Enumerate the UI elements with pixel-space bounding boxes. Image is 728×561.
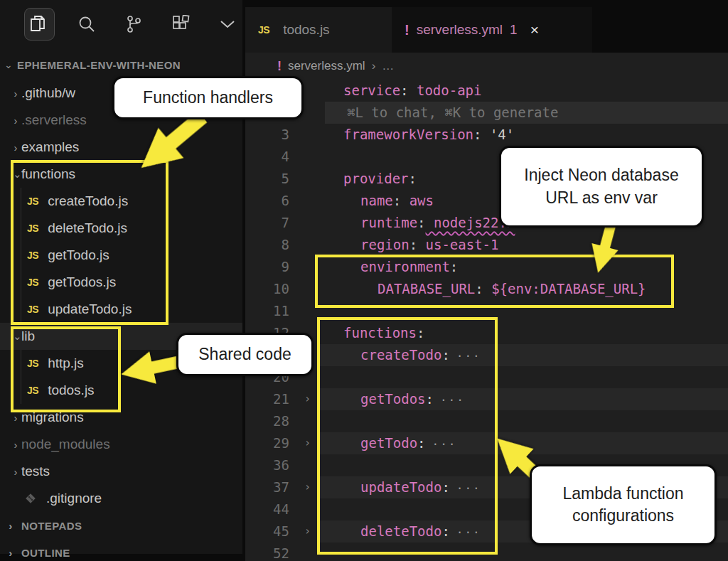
code-line-8[interactable]: 8region: us-east-1: [245, 234, 728, 256]
tree-item-label: node_modules: [18, 437, 110, 452]
activity-bar: [0, 3, 242, 46]
yaml-warning-icon: !: [277, 59, 282, 74]
tab-serverless-yml[interactable]: ! serverless.yml 1 ×: [392, 7, 592, 53]
yaml-warning-icon: !: [405, 22, 410, 38]
tree-item-label: NOTEPADS: [18, 520, 82, 532]
tab-bar: JS todos.js ! serverless.yml 1 ×: [245, 7, 728, 53]
fold-gutter: [289, 212, 326, 234]
source-control-icon[interactable]: [119, 8, 149, 41]
breadcrumb-file: serverless.yml: [288, 59, 365, 73]
code-line-1[interactable]: 1service: todo-api: [245, 80, 728, 102]
chevron-right-icon: ›: [0, 439, 18, 451]
explorer-root-header[interactable]: ⌄ EPHEMERAL-ENV-WITH-NEON: [0, 54, 242, 75]
line-number: 4: [245, 146, 289, 168]
line-number: 5: [245, 168, 289, 190]
search-icon[interactable]: [72, 8, 102, 41]
chevron-right-icon: ›: [0, 520, 18, 532]
breadcrumb[interactable]: ! serverless.yml › …: [245, 53, 728, 80]
breadcrumb-more: …: [382, 59, 394, 73]
line-number: 21: [245, 388, 289, 410]
fold-gutter: [289, 190, 326, 212]
code-text: service: todo-api: [326, 80, 481, 102]
tree-item-tests[interactable]: ›tests: [0, 458, 242, 485]
explorer-icon[interactable]: [24, 8, 55, 41]
git-icon: [24, 492, 37, 505]
chevron-right-icon: ›: [0, 87, 18, 100]
line-number: 9: [245, 256, 289, 278]
tree-item-gitignore[interactable]: .gitignore: [0, 485, 242, 512]
tree-item-label: .serverless: [18, 112, 87, 128]
sidebar-section-outline[interactable]: ›OUTLINE: [0, 539, 242, 561]
fold-gutter: [289, 168, 326, 190]
callout-inject-neon: Inject Neon database URL as env var: [499, 146, 704, 228]
breadcrumb-separator: ›: [372, 59, 376, 73]
code-text: region: us-east-1: [326, 234, 498, 256]
fold-gutter: [289, 124, 326, 146]
project-name: EPHEMERAL-ENV-WITH-NEON: [17, 59, 181, 71]
tab-badge: 1: [510, 22, 518, 38]
line-number: 29: [245, 432, 289, 454]
line-number: 28: [245, 410, 289, 432]
code-text: ⌘L to chat, ⌘K to generate: [326, 102, 558, 124]
tree-item-label: .github/w: [18, 85, 75, 101]
line-number: 7: [245, 212, 289, 234]
tree-item-label: examples: [18, 139, 79, 155]
chevron-right-icon: ›: [0, 412, 18, 424]
app-window: ⌄ EPHEMERAL-ENV-WITH-NEON ›.github/w›.se…: [0, 0, 728, 561]
highlight-box-functions-config: [317, 317, 498, 555]
line-number: 11: [245, 300, 289, 322]
js-icon: JS: [258, 24, 269, 36]
tree-item-label: OUTLINE: [18, 547, 70, 559]
chevron-right-icon: ›: [0, 466, 18, 478]
callout-function-handlers: Function handlers: [112, 76, 304, 119]
tab-todos-js[interactable]: JS todos.js: [245, 7, 392, 53]
line-number: 6: [245, 190, 289, 212]
chevron-right-icon: ›: [0, 141, 18, 154]
line-number: 8: [245, 234, 289, 256]
line-number: 44: [245, 498, 289, 520]
code-text: name: aws: [326, 190, 434, 212]
code-text: runtime: nodejs22.x: [326, 212, 515, 234]
line-number: 10: [245, 278, 289, 300]
tree-item-label: tests: [18, 464, 50, 479]
line-number: 36: [245, 454, 289, 476]
close-icon[interactable]: ×: [530, 21, 539, 38]
chevron-right-icon: ›: [0, 547, 18, 559]
highlight-box-functions-folder: [11, 160, 168, 325]
callout-shared-code: Shared code: [176, 333, 314, 376]
tab-label: todos.js: [283, 22, 329, 38]
sidebar-section-notepads[interactable]: ›NOTEPADS: [0, 512, 242, 539]
chevron-right-icon: ›: [0, 114, 18, 127]
tab-label: serverless.yml: [417, 22, 503, 38]
fold-gutter: [289, 234, 326, 256]
code-text: frameworkVersion: '4': [326, 124, 514, 146]
tree-item-label: .gitignore: [43, 491, 102, 506]
code-line-3[interactable]: 3frameworkVersion: '4': [245, 124, 728, 146]
callout-lambda-config: Lambda function configurations: [530, 464, 717, 545]
tree-item-node-modules[interactable]: ›node_modules: [0, 431, 242, 458]
line-number: 37: [245, 476, 289, 498]
highlight-box-lib-folder: [11, 326, 121, 412]
chevron-down-icon: ⌄: [0, 59, 17, 70]
ai-ghost-hint: ⌘L to chat, ⌘K to generate: [326, 105, 558, 120]
chevron-down-icon[interactable]: [213, 8, 242, 41]
line-number: 52: [245, 543, 289, 561]
line-number: 3: [245, 124, 289, 146]
extensions-icon[interactable]: [166, 8, 196, 41]
code-text: provider:: [326, 168, 417, 190]
fold-gutter: [289, 146, 326, 168]
code-line-2[interactable]: 2⌘L to chat, ⌘K to generate: [245, 102, 728, 124]
line-number: 45: [245, 520, 289, 543]
